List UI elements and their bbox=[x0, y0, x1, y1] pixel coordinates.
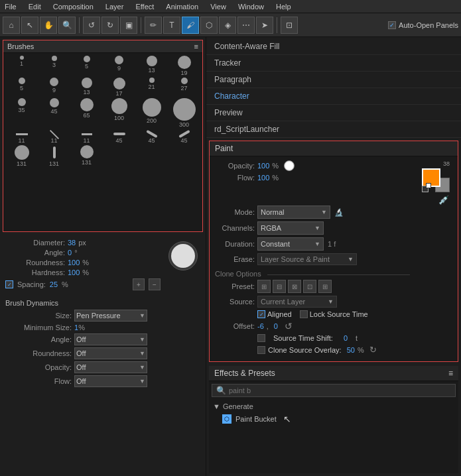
channels-select[interactable]: RGBA ▼ bbox=[257, 221, 324, 235]
generate-header[interactable]: ▼ Generate bbox=[212, 401, 456, 412]
menu-layer[interactable]: Layer bbox=[103, 3, 126, 11]
time-shift-checkbox[interactable] bbox=[257, 334, 265, 342]
tool-arrow[interactable]: ➤ bbox=[256, 17, 273, 34]
list-item[interactable]: 45 bbox=[136, 129, 167, 144]
dyn-size-select[interactable]: Pen Pressure ▼ bbox=[74, 310, 147, 322]
ep-menu-icon[interactable]: ≡ bbox=[448, 369, 453, 378]
list-item[interactable]: 65 bbox=[71, 98, 102, 128]
list-item[interactable]: ⬡ Paint Bucket ↖ bbox=[212, 412, 456, 426]
preset-icon-3[interactable]: ⊠ bbox=[288, 280, 301, 293]
refresh-overlay-btn[interactable]: ↻ bbox=[369, 345, 377, 355]
dyn-angle-select[interactable]: Off ▼ bbox=[74, 333, 147, 345]
remove-brush-btn[interactable]: − bbox=[149, 278, 161, 290]
offset-x[interactable]: -6 bbox=[257, 322, 264, 330]
preset-icon-1[interactable]: ⊞ bbox=[257, 280, 271, 293]
tool-home[interactable]: ⌂ bbox=[3, 17, 20, 34]
tool-select[interactable]: ↖ bbox=[21, 17, 38, 34]
menu-animation[interactable]: Animation bbox=[164, 3, 200, 11]
tool-stamp[interactable]: ⬡ bbox=[200, 17, 218, 34]
mode-eyedropper[interactable]: 🔬 bbox=[333, 206, 345, 218]
menu-help[interactable]: Help bbox=[274, 3, 293, 11]
erase-value[interactable]: Layer Source & Paint ▼ bbox=[257, 253, 357, 265]
list-item[interactable]: 13 bbox=[71, 78, 102, 97]
list-item[interactable]: 1 bbox=[6, 56, 37, 76]
dyn-flow-select[interactable]: Off ▼ bbox=[74, 375, 147, 387]
effect-character[interactable]: Character bbox=[206, 88, 461, 105]
list-item[interactable]: 131 bbox=[6, 145, 37, 167]
tool-path[interactable]: ⋯ bbox=[237, 17, 255, 34]
dyn-roundness-select[interactable]: Off ▼ bbox=[74, 347, 147, 359]
list-item[interactable]: 45 bbox=[103, 129, 135, 144]
list-item[interactable]: 131 bbox=[38, 145, 70, 167]
effect-paragraph[interactable]: Paragraph bbox=[206, 72, 461, 88]
source-value[interactable]: Current Layer ▼ bbox=[257, 296, 337, 308]
brushes-menu-icon[interactable]: ≡ bbox=[194, 42, 198, 50]
preset-icon-2[interactable]: ⊟ bbox=[273, 280, 286, 293]
list-item[interactable]: 9 bbox=[103, 56, 135, 76]
tool-rect-select[interactable]: ▣ bbox=[120, 17, 137, 34]
list-item[interactable]: 11 bbox=[38, 129, 70, 144]
overlay-value[interactable]: 50 bbox=[347, 346, 355, 354]
effect-content-aware[interactable]: Content-Aware Fill bbox=[206, 38, 461, 55]
opacity-value[interactable]: 100 bbox=[257, 162, 269, 170]
tool-zoom[interactable]: 🔍 bbox=[58, 17, 76, 34]
overlay-checkbox[interactable] bbox=[257, 346, 265, 354]
effect-preview[interactable]: Preview bbox=[206, 105, 461, 121]
tool-hand[interactable]: ✋ bbox=[40, 17, 57, 34]
preset-icon-4[interactable]: ⊡ bbox=[303, 280, 316, 293]
list-item[interactable]: 45 bbox=[38, 98, 70, 128]
dyn-opacity-select[interactable]: Off ▼ bbox=[74, 361, 147, 373]
list-item[interactable]: 11 bbox=[71, 129, 102, 144]
list-item[interactable]: 5 bbox=[6, 78, 37, 97]
tool-screen[interactable]: ⊡ bbox=[281, 17, 298, 34]
menu-edit[interactable]: Edit bbox=[27, 3, 43, 11]
menu-view[interactable]: View bbox=[208, 3, 228, 11]
tool-paint[interactable]: 🖌 bbox=[182, 17, 199, 34]
flow-value[interactable]: 100 bbox=[257, 174, 269, 182]
tool-pen[interactable]: ✏ bbox=[145, 17, 162, 34]
diameter-value[interactable]: 38 bbox=[68, 239, 76, 247]
tool-undo[interactable]: ↺ bbox=[83, 17, 100, 34]
list-item[interactable]: 35 bbox=[6, 98, 37, 128]
reset-offset-btn[interactable]: ↺ bbox=[285, 321, 293, 331]
menu-file[interactable]: File bbox=[3, 3, 19, 11]
auto-open-checkbox[interactable] bbox=[388, 21, 396, 29]
list-item[interactable]: 13 bbox=[136, 56, 167, 76]
list-item[interactable]: 21 bbox=[136, 78, 167, 97]
fg-color-swatch[interactable] bbox=[422, 168, 440, 187]
list-item[interactable]: 100 bbox=[103, 98, 135, 128]
list-item[interactable]: 27 bbox=[168, 78, 200, 97]
list-item[interactable]: 19 bbox=[168, 56, 200, 76]
angle-value[interactable]: 0 bbox=[68, 249, 72, 257]
list-item[interactable]: 300 bbox=[168, 98, 200, 128]
roundness-value[interactable]: 100 bbox=[68, 259, 80, 267]
mode-select[interactable]: Normal ▼ bbox=[257, 206, 330, 219]
spacing-checkbox[interactable] bbox=[5, 280, 13, 288]
preset-icon-5[interactable]: ⊞ bbox=[318, 280, 332, 293]
list-item[interactable]: 5 bbox=[71, 56, 102, 76]
list-item[interactable]: 11 bbox=[6, 129, 37, 144]
menu-effect[interactable]: Effect bbox=[133, 3, 156, 11]
effect-tracker[interactable]: Tracker bbox=[206, 55, 461, 72]
menu-composition[interactable]: Composition bbox=[51, 3, 96, 11]
list-item[interactable]: 3 bbox=[38, 56, 70, 76]
tool-eraser[interactable]: ◈ bbox=[219, 17, 236, 34]
effect-rd-script[interactable]: rd_ScriptLauncher bbox=[206, 121, 461, 138]
list-item[interactable]: 200 bbox=[136, 98, 167, 128]
tool-text[interactable]: T bbox=[163, 17, 180, 34]
aligned-checkbox[interactable] bbox=[257, 310, 265, 318]
offset-y[interactable]: 0 bbox=[274, 322, 278, 330]
list-item[interactable]: 17 bbox=[103, 78, 135, 97]
list-item[interactable]: 45 bbox=[168, 129, 200, 144]
list-item[interactable]: 9 bbox=[38, 78, 70, 97]
hardness-value[interactable]: 100 bbox=[68, 268, 80, 276]
add-brush-btn[interactable]: + bbox=[133, 278, 145, 290]
tool-redo[interactable]: ↻ bbox=[101, 17, 119, 34]
time-shift-value[interactable]: 0 bbox=[344, 334, 348, 342]
search-input[interactable] bbox=[229, 387, 328, 394]
list-item[interactable]: 131 bbox=[71, 145, 102, 167]
eyedropper-btn[interactable]: 💉 bbox=[438, 194, 450, 206]
lock-source-checkbox[interactable] bbox=[300, 310, 308, 318]
menu-window[interactable]: Window bbox=[236, 3, 266, 11]
duration-select[interactable]: Constant ▼ bbox=[257, 237, 324, 251]
